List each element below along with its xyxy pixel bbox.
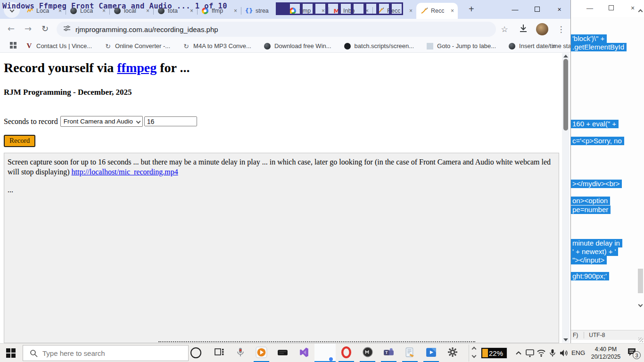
- result-ellipsis: ...: [8, 185, 555, 195]
- clock-time: 4:40 PM: [587, 346, 624, 353]
- progress-square: [327, 2, 339, 15]
- taskbar-app-sound-recorder[interactable]: [230, 344, 251, 362]
- bookmark-item[interactable]: batch.scripts/screen...: [344, 42, 414, 50]
- downloads-icon[interactable]: [514, 24, 533, 35]
- maximize-icon: [535, 7, 540, 12]
- site-settings-icon[interactable]: [63, 25, 71, 34]
- scroll-up-arrow[interactable]: [639, 7, 642, 15]
- reload-button[interactable]: ↻: [41, 24, 49, 33]
- browser-tab-active[interactable]: Recc×: [416, 3, 458, 19]
- progress-square: [289, 2, 301, 15]
- selected-code-line: 'block')\" +: [571, 34, 607, 43]
- microphone-icon[interactable]: [547, 349, 558, 357]
- device-select[interactable]: Front Camera and Audio: [60, 116, 143, 127]
- tab-close-icon[interactable]: ×: [408, 8, 413, 14]
- taskbar-app-notes[interactable]: [399, 344, 421, 362]
- bookmark-item[interactable]: Insert date/time sta...: [508, 42, 576, 50]
- apps-grid-icon[interactable]: [9, 41, 17, 51]
- back-button[interactable]: ←: [8, 24, 15, 33]
- taskbar-search[interactable]: [23, 345, 189, 361]
- maximize-button[interactable]: [526, 6, 548, 13]
- scroll-down-arrow[interactable]: [563, 338, 568, 341]
- tab-close-icon[interactable]: ×: [450, 8, 455, 14]
- chevron-down-icon[interactable]: [472, 354, 477, 358]
- taskbar-app-handbrake[interactable]: [272, 344, 293, 362]
- minimize-button[interactable]: —: [504, 6, 526, 13]
- minimize-button[interactable]: —: [586, 4, 593, 12]
- forward-button[interactable]: →: [25, 24, 32, 33]
- taskbar-app-movies-tv[interactable]: [421, 344, 442, 362]
- progress-square: [301, 2, 314, 15]
- taskbar-app-chrome[interactable]: [314, 344, 336, 362]
- browser-toolbar: ← → ↻ rjmprogramming.com.au/recording_id…: [0, 19, 570, 40]
- editor-window: — × 'block')\" +.getElementById160 + eva…: [570, 0, 644, 343]
- taskbar-app-teams[interactable]: T: [378, 344, 399, 362]
- resize-grip[interactable]: [638, 337, 643, 342]
- ffmpeg-link[interactable]: ffmpeg: [117, 60, 157, 75]
- tab-label: Recc: [431, 8, 444, 14]
- start-button[interactable]: [6, 348, 16, 360]
- bookmark-star-icon[interactable]: ☆: [495, 25, 514, 34]
- toolbar-right: ☆ ⋮: [495, 22, 570, 37]
- bookmark-item[interactable]: ↻Online Converter -...: [104, 42, 170, 50]
- chevron-up-icon[interactable]: [472, 347, 477, 352]
- divider: [584, 332, 584, 338]
- bookmarks-bar: VContact Us | Vince...↻Online Converter …: [0, 40, 570, 53]
- code-brackets-icon: {}: [245, 7, 253, 15]
- taskbar-app-visual-studio[interactable]: [293, 344, 314, 362]
- search-input[interactable]: [42, 349, 170, 357]
- page-scrollbar[interactable]: [562, 53, 570, 343]
- hidden-icons-icon[interactable]: [513, 349, 524, 357]
- language-indicator[interactable]: ENG: [571, 349, 585, 356]
- scrollbar-thumb[interactable]: [563, 59, 568, 131]
- scroll-up-arrow[interactable]: [563, 55, 568, 58]
- volume-icon[interactable]: [558, 349, 570, 357]
- taskbar-app-dark-circle-m[interactable]: [357, 344, 378, 362]
- sound-recorder-icon: [235, 346, 246, 360]
- chevron-down-icon: [136, 119, 140, 124]
- dotted-selection-artifact: [158, 341, 475, 342]
- battery-indicator[interactable]: 22%: [480, 347, 508, 359]
- bookmark-item[interactable]: VContact Us | Vince...: [25, 42, 92, 50]
- settings-icon: [447, 346, 458, 360]
- record-button[interactable]: Record: [4, 135, 35, 147]
- taskbar-app-task-view[interactable]: [208, 344, 230, 362]
- browser-menu-icon[interactable]: ⋮: [552, 25, 570, 34]
- toolbar-scroll-buttons[interactable]: [471, 345, 478, 362]
- selected-code-line: ght:900px;': [571, 272, 609, 280]
- notification-count-badge: 3: [633, 351, 641, 359]
- battery-percent: 22%: [489, 349, 503, 357]
- seconds-input[interactable]: [144, 116, 197, 126]
- taskbar-app-opera[interactable]: [336, 344, 357, 362]
- refresh-icon: ↻: [182, 42, 190, 50]
- taskbar-app-windows-media-player[interactable]: [251, 344, 272, 362]
- cast-icon[interactable]: [524, 349, 536, 357]
- wifi-icon[interactable]: [536, 349, 547, 357]
- progress-square: [314, 2, 327, 15]
- scroll-down-arrow[interactable]: [639, 300, 642, 308]
- recording-link[interactable]: http://localhost/mic_recording.mp4: [72, 168, 178, 176]
- taskbar-app-settings[interactable]: [442, 344, 463, 362]
- taskbar-clock[interactable]: 4:40 PM 20/12/2025: [587, 346, 624, 361]
- recording-overlay-caption: Windows Ffmpeg Front Camera and Audio ..…: [2, 2, 227, 10]
- bookmark-item[interactable]: Download free Win...: [264, 42, 331, 50]
- bookmark-item[interactable]: Goto - Jump to labe...: [426, 42, 496, 50]
- new-tab-button[interactable]: +: [469, 4, 474, 14]
- url-text[interactable]: rjmprogramming.com.au/recording_ideas.ph…: [75, 25, 218, 33]
- divider: [469, 345, 469, 362]
- close-button[interactable]: ×: [631, 4, 635, 12]
- tab-close-icon[interactable]: ×: [233, 8, 238, 14]
- notification-center-button[interactable]: 3: [627, 347, 637, 359]
- maximize-button[interactable]: [609, 4, 614, 12]
- scrollbar-thumb[interactable]: [638, 269, 643, 293]
- bookmarks-overflow-button[interactable]: »: [552, 42, 556, 50]
- progress-square: [390, 2, 403, 15]
- recording-progress-squares: [276, 2, 403, 15]
- progress-square: [339, 2, 352, 15]
- cortana-button[interactable]: [190, 347, 201, 358]
- profile-avatar[interactable]: [536, 23, 548, 35]
- globe-dark-icon: [264, 42, 271, 50]
- close-button[interactable]: ×: [548, 6, 570, 13]
- address-bar[interactable]: rjmprogramming.com.au/recording_ideas.ph…: [57, 22, 496, 37]
- bookmark-item[interactable]: ↻M4A to MP3 Conve...: [182, 42, 251, 50]
